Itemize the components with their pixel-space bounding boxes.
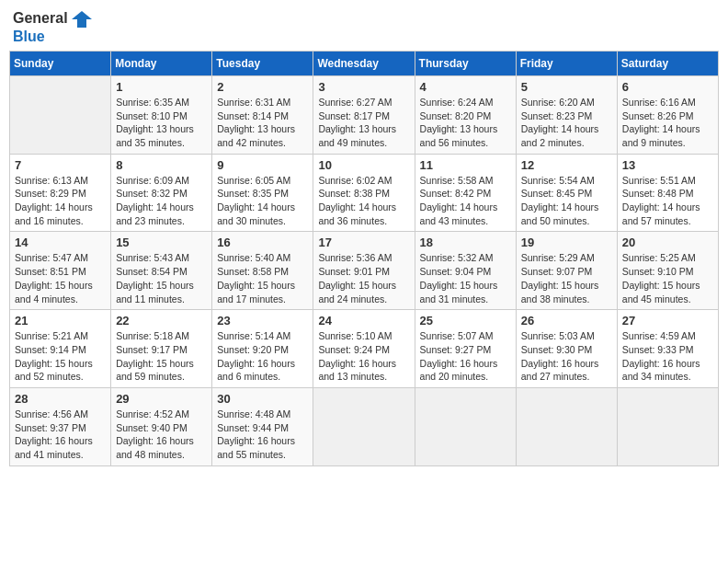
calendar-cell: 11Sunrise: 5:58 AMSunset: 8:42 PMDayligh… — [415, 154, 516, 232]
day-number: 29 — [116, 392, 207, 406]
day-info: Sunrise: 4:52 AMSunset: 9:40 PMDaylight:… — [116, 408, 207, 462]
day-info: Sunrise: 6:05 AMSunset: 8:35 PMDaylight:… — [217, 174, 308, 228]
day-info: Sunrise: 6:24 AMSunset: 8:20 PMDaylight:… — [420, 96, 511, 150]
day-number: 10 — [318, 158, 409, 172]
calendar-cell: 29Sunrise: 4:52 AMSunset: 9:40 PMDayligh… — [111, 387, 212, 465]
day-info: Sunrise: 6:16 AMSunset: 8:26 PMDaylight:… — [622, 96, 713, 150]
day-info: Sunrise: 5:36 AMSunset: 9:01 PMDaylight:… — [318, 251, 409, 305]
header-day-monday: Monday — [111, 51, 212, 75]
calendar-cell — [617, 387, 718, 465]
calendar-cell: 19Sunrise: 5:29 AMSunset: 9:07 PMDayligh… — [516, 232, 617, 310]
calendar-cell: 21Sunrise: 5:21 AMSunset: 9:14 PMDayligh… — [10, 310, 111, 388]
logo-container: General Blue — [13, 9, 92, 45]
day-info: Sunrise: 5:58 AMSunset: 8:42 PMDaylight:… — [420, 174, 511, 228]
calendar-cell: 25Sunrise: 5:07 AMSunset: 9:27 PMDayligh… — [415, 310, 516, 388]
day-number: 12 — [521, 158, 612, 172]
header-day-sunday: Sunday — [10, 51, 111, 75]
calendar-cell: 1Sunrise: 6:35 AMSunset: 8:10 PMDaylight… — [111, 75, 212, 154]
calendar-cell: 14Sunrise: 5:47 AMSunset: 8:51 PMDayligh… — [10, 232, 111, 310]
calendar-week-row: 14Sunrise: 5:47 AMSunset: 8:51 PMDayligh… — [10, 232, 719, 310]
header-day-wednesday: Wednesday — [313, 51, 415, 75]
day-number: 27 — [622, 314, 713, 327]
calendar-cell — [313, 387, 415, 465]
day-number: 7 — [15, 158, 106, 172]
day-number: 13 — [622, 158, 713, 172]
day-info: Sunrise: 5:29 AMSunset: 9:07 PMDaylight:… — [521, 251, 612, 305]
calendar-cell: 15Sunrise: 5:43 AMSunset: 8:54 PMDayligh… — [111, 232, 212, 310]
day-info: Sunrise: 6:31 AMSunset: 8:14 PMDaylight:… — [217, 96, 308, 150]
day-info: Sunrise: 4:48 AMSunset: 9:44 PMDaylight:… — [217, 408, 308, 462]
day-number: 14 — [15, 236, 106, 249]
day-info: Sunrise: 4:56 AMSunset: 9:37 PMDaylight:… — [15, 408, 106, 462]
day-number: 6 — [622, 80, 713, 94]
calendar-cell: 3Sunrise: 6:27 AMSunset: 8:17 PMDaylight… — [313, 75, 415, 154]
day-number: 9 — [217, 158, 308, 172]
logo-line1: General — [13, 9, 92, 28]
header-day-friday: Friday — [516, 51, 617, 75]
day-info: Sunrise: 5:40 AMSunset: 8:58 PMDaylight:… — [217, 251, 308, 305]
calendar-cell: 8Sunrise: 6:09 AMSunset: 8:32 PMDaylight… — [111, 154, 212, 232]
header-day-thursday: Thursday — [415, 51, 516, 75]
day-info: Sunrise: 5:14 AMSunset: 9:20 PMDaylight:… — [217, 329, 308, 384]
day-info: Sunrise: 6:20 AMSunset: 8:23 PMDaylight:… — [521, 96, 612, 150]
day-number: 3 — [318, 80, 409, 94]
day-info: Sunrise: 6:02 AMSunset: 8:38 PMDaylight:… — [318, 174, 409, 228]
day-info: Sunrise: 4:59 AMSunset: 9:33 PMDaylight:… — [622, 329, 713, 384]
calendar-cell: 5Sunrise: 6:20 AMSunset: 8:23 PMDaylight… — [516, 75, 617, 154]
day-number: 5 — [521, 80, 612, 94]
day-info: Sunrise: 5:25 AMSunset: 9:10 PMDaylight:… — [622, 251, 713, 305]
day-number: 25 — [420, 314, 511, 327]
day-info: Sunrise: 5:43 AMSunset: 8:54 PMDaylight:… — [116, 251, 207, 305]
svg-marker-0 — [72, 11, 92, 28]
day-number: 8 — [116, 158, 207, 172]
day-number: 23 — [217, 314, 308, 327]
calendar-cell: 4Sunrise: 6:24 AMSunset: 8:20 PMDaylight… — [415, 75, 516, 154]
calendar-cell: 26Sunrise: 5:03 AMSunset: 9:30 PMDayligh… — [516, 310, 617, 388]
logo: General Blue — [13, 9, 92, 45]
day-number: 28 — [15, 392, 106, 406]
day-info: Sunrise: 6:13 AMSunset: 8:29 PMDaylight:… — [15, 174, 106, 228]
calendar-cell: 16Sunrise: 5:40 AMSunset: 8:58 PMDayligh… — [212, 232, 313, 310]
calendar-header-row: SundayMondayTuesdayWednesdayThursdayFrid… — [10, 51, 719, 75]
day-number: 22 — [116, 314, 207, 327]
calendar-cell: 10Sunrise: 6:02 AMSunset: 8:38 PMDayligh… — [313, 154, 415, 232]
calendar-cell — [10, 75, 111, 154]
calendar-cell — [415, 387, 516, 465]
calendar-cell: 24Sunrise: 5:10 AMSunset: 9:24 PMDayligh… — [313, 310, 415, 388]
day-info: Sunrise: 5:47 AMSunset: 8:51 PMDaylight:… — [15, 251, 106, 305]
day-info: Sunrise: 5:07 AMSunset: 9:27 PMDaylight:… — [420, 329, 511, 384]
day-info: Sunrise: 6:35 AMSunset: 8:10 PMDaylight:… — [116, 96, 207, 150]
header-day-saturday: Saturday — [617, 51, 718, 75]
calendar-week-row: 28Sunrise: 4:56 AMSunset: 9:37 PMDayligh… — [10, 387, 719, 465]
day-number: 17 — [318, 236, 409, 249]
calendar-cell: 6Sunrise: 6:16 AMSunset: 8:26 PMDaylight… — [617, 75, 718, 154]
calendar-cell: 17Sunrise: 5:36 AMSunset: 9:01 PMDayligh… — [313, 232, 415, 310]
calendar-week-row: 21Sunrise: 5:21 AMSunset: 9:14 PMDayligh… — [10, 310, 719, 388]
day-info: Sunrise: 5:10 AMSunset: 9:24 PMDaylight:… — [318, 329, 409, 384]
calendar-table: SundayMondayTuesdayWednesdayThursdayFrid… — [9, 51, 719, 466]
day-number: 24 — [318, 314, 409, 327]
day-number: 26 — [521, 314, 612, 327]
day-info: Sunrise: 6:27 AMSunset: 8:17 PMDaylight:… — [318, 96, 409, 150]
calendar-cell: 28Sunrise: 4:56 AMSunset: 9:37 PMDayligh… — [10, 387, 111, 465]
calendar-cell: 22Sunrise: 5:18 AMSunset: 9:17 PMDayligh… — [111, 310, 212, 388]
calendar-cell: 2Sunrise: 6:31 AMSunset: 8:14 PMDaylight… — [212, 75, 313, 154]
calendar-cell: 27Sunrise: 4:59 AMSunset: 9:33 PMDayligh… — [617, 310, 718, 388]
day-number: 2 — [217, 80, 308, 94]
header-day-tuesday: Tuesday — [212, 51, 313, 75]
calendar-cell: 20Sunrise: 5:25 AMSunset: 9:10 PMDayligh… — [617, 232, 718, 310]
day-number: 4 — [420, 80, 511, 94]
calendar-cell: 18Sunrise: 5:32 AMSunset: 9:04 PMDayligh… — [415, 232, 516, 310]
calendar-week-row: 1Sunrise: 6:35 AMSunset: 8:10 PMDaylight… — [10, 75, 719, 154]
calendar-week-row: 7Sunrise: 6:13 AMSunset: 8:29 PMDaylight… — [10, 154, 719, 232]
day-info: Sunrise: 6:09 AMSunset: 8:32 PMDaylight:… — [116, 174, 207, 228]
page-header: General Blue — [9, 9, 719, 45]
calendar-cell: 30Sunrise: 4:48 AMSunset: 9:44 PMDayligh… — [212, 387, 313, 465]
calendar-cell: 13Sunrise: 5:51 AMSunset: 8:48 PMDayligh… — [617, 154, 718, 232]
calendar-cell — [516, 387, 617, 465]
day-info: Sunrise: 5:21 AMSunset: 9:14 PMDaylight:… — [15, 329, 106, 384]
day-number: 15 — [116, 236, 207, 249]
day-number: 20 — [622, 236, 713, 249]
logo-line2: Blue — [13, 28, 92, 45]
day-number: 18 — [420, 236, 511, 249]
